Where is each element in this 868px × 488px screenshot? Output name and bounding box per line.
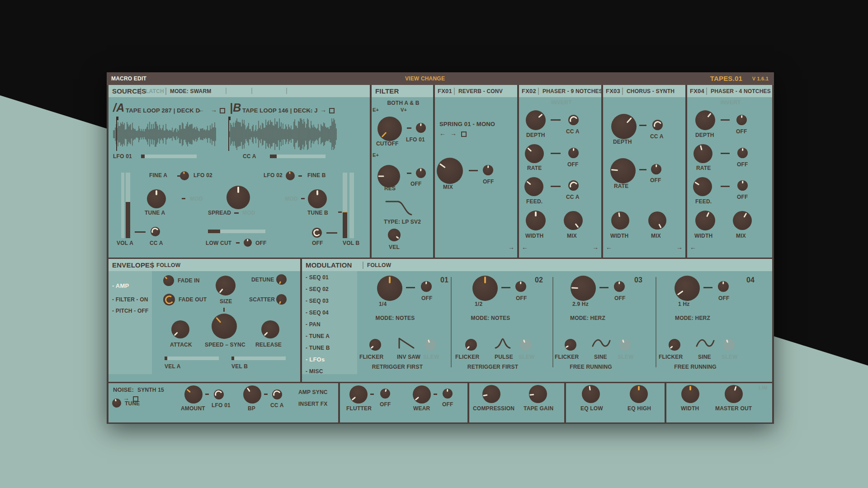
fx04-depth-mod-knob[interactable] <box>736 115 747 125</box>
deck-b-waveform-display[interactable] <box>229 118 337 150</box>
amp-sync-toggle[interactable]: AMP SYNC <box>298 389 328 395</box>
fx03-rate-knob[interactable] <box>610 158 636 183</box>
lfo2-slew-knob[interactable] <box>520 339 532 351</box>
cutoff-mod-label[interactable]: LFO 01 <box>406 137 425 142</box>
fx03-mix-knob[interactable] <box>648 211 666 230</box>
filter-type-selector[interactable]: TYPE: LP SV2 <box>384 219 421 225</box>
deck-a-name[interactable]: TAPE LOOP 287 | DECK D <box>126 108 200 113</box>
lfo2-mode-selector[interactable]: MODE: NOTES <box>471 315 510 321</box>
view-change-button[interactable]: VIEW CHANGE <box>405 76 445 81</box>
vol-b-fader[interactable] <box>343 173 347 238</box>
lfo2-flicker-knob[interactable] <box>465 339 477 351</box>
lfo3-mod-label[interactable]: OFF <box>614 296 626 301</box>
fx04-type-selector[interactable]: PHASER - 4 NOTCHES <box>711 89 771 94</box>
filter-env-plus-label[interactable]: E+ <box>373 108 379 113</box>
fx01-stop-icon[interactable] <box>461 131 467 137</box>
deck-b-mod-slider[interactable] <box>270 155 326 158</box>
fx03-rate-mod-label[interactable]: OFF <box>650 178 661 183</box>
lfo4-mod-knob[interactable] <box>718 281 729 292</box>
detune-knob[interactable] <box>276 274 287 285</box>
lfo2-mod-knob[interactable] <box>515 281 526 292</box>
wear-mod-knob[interactable] <box>443 389 453 399</box>
mod-item-seq01[interactable]: - SEQ 01 <box>306 275 329 280</box>
lfo1-rate-knob[interactable] <box>377 276 402 301</box>
noise-amount-knob[interactable] <box>184 385 203 404</box>
wear-mod-label[interactable]: OFF <box>442 402 453 407</box>
res-knob[interactable] <box>377 165 400 188</box>
lfo4-run-mode[interactable]: FREE RUNNING <box>674 364 717 370</box>
fx04-feed-mod-label[interactable]: OFF <box>737 194 748 200</box>
envelopes-item-filter[interactable]: - FILTER - ON <box>112 297 148 302</box>
fx01-send-next-icon[interactable]: → <box>508 244 514 250</box>
deck-a-stop-icon[interactable] <box>220 108 225 113</box>
mod-item-pan[interactable]: - PAN <box>306 322 321 327</box>
fx04-mix-knob[interactable] <box>733 211 752 230</box>
vel-a-slider[interactable] <box>165 357 219 360</box>
mod-item-seq03[interactable]: - SEQ 03 <box>306 298 329 304</box>
lfo2-wave-selector[interactable]: PULSE <box>495 354 513 360</box>
modulation-follow-toggle[interactable]: FOLLOW <box>367 263 391 268</box>
mod-item-seq02[interactable]: - SEQ 02 <box>306 286 329 292</box>
fx02-mix-knob[interactable] <box>564 211 583 230</box>
tape-gain-knob[interactable] <box>529 385 547 403</box>
fx04-feed-mod-knob[interactable] <box>737 180 748 191</box>
tune-a-knob[interactable] <box>147 189 166 208</box>
lfo2-rate-value[interactable]: 1/2 <box>475 301 482 307</box>
res-mod-label[interactable]: OFF <box>410 181 422 187</box>
fine-a-knob[interactable] <box>180 171 189 180</box>
inv-saw-icon[interactable] <box>398 337 415 349</box>
noise-bp-knob[interactable] <box>243 385 261 404</box>
lfo1-rate-value[interactable]: 1/4 <box>379 301 387 307</box>
filter-vel-plus-label[interactable]: V+ <box>401 108 407 113</box>
fx01-prev-icon[interactable]: ← <box>439 130 446 136</box>
noise-preset-name[interactable]: SYNTH 15 <box>137 387 164 393</box>
sources-mode-selector[interactable]: MODE: SWARM <box>170 89 212 94</box>
flutter-mod-knob[interactable] <box>380 389 390 399</box>
insert-fx-toggle[interactable]: INSERT FX <box>298 401 327 407</box>
fx03-rate-mod-knob[interactable] <box>651 164 661 174</box>
lfo1-mode-selector[interactable]: MODE: NOTES <box>376 315 415 321</box>
master-out-knob[interactable] <box>725 385 743 403</box>
fx04-feed-knob[interactable] <box>693 177 712 196</box>
fx02-rate-mod-label[interactable]: OFF <box>567 162 579 167</box>
fx03-depth-knob[interactable] <box>611 114 637 139</box>
fx04-depth-knob[interactable] <box>695 110 715 130</box>
tune-a-mod-label[interactable]: MOD <box>190 196 203 202</box>
fx02-invert-toggle[interactable]: INVERT <box>551 100 571 105</box>
spread-mod-label[interactable]: MOD <box>242 210 255 216</box>
latch-toggle[interactable]: LATCH <box>146 89 164 94</box>
flutter-knob[interactable] <box>349 385 368 404</box>
vol-b-mod-label[interactable]: OFF <box>312 240 323 246</box>
noise-bp-mod-knob[interactable] <box>272 389 282 399</box>
fine-b-mod-label[interactable]: LFO 02 <box>264 173 283 178</box>
spread-knob[interactable] <box>226 186 250 209</box>
fine-a-mod-label[interactable]: LFO 02 <box>193 173 212 178</box>
vol-a-mod-label[interactable]: CC A <box>150 240 163 246</box>
fx02-width-knob[interactable] <box>526 211 546 230</box>
size-knob[interactable] <box>216 276 236 296</box>
lfo4-mod-label[interactable]: OFF <box>718 296 730 301</box>
lfo4-rate-value[interactable]: 1 Hz <box>678 301 689 307</box>
fx04-rate-mod-label[interactable]: OFF <box>737 162 748 167</box>
filter-vel-knob[interactable] <box>388 229 401 241</box>
fx04-depth-mod-label[interactable]: OFF <box>736 129 747 134</box>
noise-bp-mod-label[interactable]: CC A <box>270 403 284 408</box>
vol-a-fader[interactable] <box>126 173 130 238</box>
fx02-depth-mod-label[interactable]: CC A <box>566 129 580 134</box>
low-cut-slider[interactable] <box>208 230 265 233</box>
fx03-send-prev-icon[interactable]: ← <box>606 244 612 250</box>
lfo3-flicker-knob[interactable] <box>565 339 576 351</box>
fx04-invert-toggle[interactable]: INVERT <box>720 100 741 105</box>
lfo1-mod-knob[interactable] <box>421 281 432 292</box>
fx03-depth-mod-label[interactable]: CC A <box>650 134 664 139</box>
lfo2-rate-knob[interactable] <box>472 276 498 301</box>
wear-knob[interactable] <box>413 385 431 404</box>
fx04-send-prev-icon[interactable]: ← <box>690 244 696 250</box>
noise-amount-mod-knob[interactable] <box>214 389 224 399</box>
lfo1-slew-knob[interactable] <box>425 339 436 351</box>
noise-tune-knob[interactable] <box>112 399 121 408</box>
tune-b-mod-label[interactable]: MOD <box>285 196 298 202</box>
lfo1-run-mode[interactable]: RETRIGGER FIRST <box>372 364 423 370</box>
sine-icon[interactable] <box>591 338 611 349</box>
fx02-send-next-icon[interactable]: → <box>592 244 599 250</box>
